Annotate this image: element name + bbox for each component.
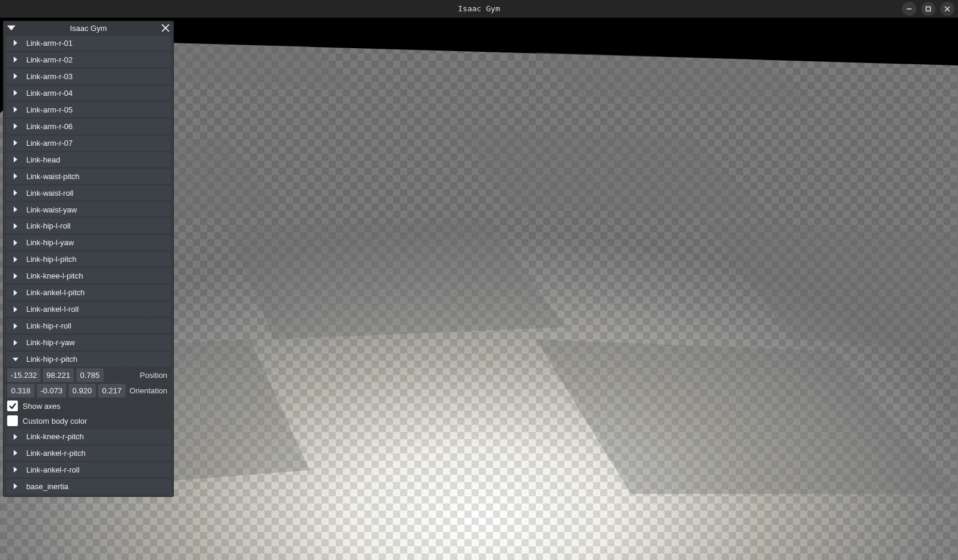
expand-toggle[interactable]: [11, 107, 20, 112]
expand-toggle[interactable]: [11, 123, 20, 129]
tree-item[interactable]: Link-arm-r-06: [6, 119, 171, 134]
expand-toggle[interactable]: [11, 290, 20, 296]
tree-item[interactable]: base_inertia: [6, 479, 171, 494]
expand-toggle[interactable]: [11, 434, 20, 440]
tree-item[interactable]: Link-hip-r-yaw: [6, 335, 171, 350]
svg-marker-44: [14, 483, 17, 489]
expand-toggle[interactable]: [11, 256, 20, 262]
tree-item[interactable]: Link-arm-r-03: [6, 69, 171, 84]
tree-item[interactable]: Link-arm-r-04: [6, 86, 171, 101]
tree-item-label: Link-hip-r-roll: [26, 321, 71, 330]
position-value[interactable]: -15.232: [7, 368, 40, 382]
show-axes-checkbox[interactable]: [7, 401, 18, 411]
svg-marker-28: [14, 157, 17, 162]
svg-marker-25: [14, 107, 17, 112]
tree-item[interactable]: Link-head: [6, 152, 171, 167]
orientation-value[interactable]: 0.318: [7, 384, 35, 398]
panel-collapse-toggle[interactable]: [7, 24, 15, 32]
expand-toggle[interactable]: [11, 306, 20, 312]
custom-body-color-swatch[interactable]: [7, 415, 18, 426]
maximize-icon: [925, 5, 932, 12]
expand-toggle[interactable]: [11, 207, 20, 212]
position-value[interactable]: 98.221: [43, 368, 74, 382]
svg-marker-29: [14, 173, 17, 179]
tree-item[interactable]: Link-knee-l-pitch: [6, 268, 171, 283]
tree-item[interactable]: Link-arm-r-05: [6, 102, 171, 117]
svg-marker-31: [14, 207, 17, 212]
chevron-right-icon: [13, 256, 18, 262]
tree-item[interactable]: Link-hip-l-yaw: [6, 235, 171, 250]
close-window-button[interactable]: [940, 2, 954, 16]
tree-item-label: Link-hip-l-pitch: [26, 255, 77, 264]
check-icon: [8, 402, 17, 410]
expand-toggle[interactable]: [11, 323, 20, 329]
chevron-right-icon: [13, 290, 18, 296]
maximize-button[interactable]: [921, 2, 935, 16]
expand-toggle[interactable]: [11, 240, 20, 246]
orientation-row: 0.318-0.0730.9200.217Orientation: [6, 384, 171, 398]
tree-item[interactable]: Link-hip-l-pitch: [6, 252, 171, 267]
chevron-right-icon: [13, 40, 18, 46]
svg-marker-40: [13, 358, 18, 361]
orientation-value[interactable]: -0.073: [37, 384, 66, 398]
tree-item[interactable]: Link-ankel-l-pitch: [6, 285, 171, 300]
tree-item[interactable]: Link-arm-r-07: [6, 136, 171, 151]
position-value[interactable]: 0.785: [76, 368, 104, 382]
orientation-value[interactable]: 0.920: [68, 384, 96, 398]
tree-item[interactable]: Link-waist-pitch: [6, 169, 171, 184]
expand-toggle[interactable]: [11, 340, 20, 346]
expand-toggle[interactable]: [11, 356, 20, 362]
chevron-right-icon: [13, 73, 18, 79]
expand-toggle[interactable]: [11, 483, 20, 489]
svg-marker-32: [14, 223, 17, 229]
svg-marker-35: [14, 273, 17, 279]
chevron-right-icon: [13, 306, 18, 312]
tree-item[interactable]: Link-ankel-r-roll: [6, 462, 171, 477]
expand-toggle[interactable]: [11, 173, 20, 179]
expand-toggle[interactable]: [11, 73, 20, 79]
svg-marker-24: [14, 90, 17, 96]
chevron-right-icon: [13, 90, 18, 96]
expand-toggle[interactable]: [11, 40, 20, 46]
close-icon: [944, 5, 951, 12]
tree-item-label: Link-hip-l-yaw: [26, 238, 74, 247]
tree-item[interactable]: Link-ankel-r-pitch: [6, 446, 171, 461]
tree-item-label: Link-arm-r-03: [26, 72, 73, 81]
svg-marker-18: [7, 26, 15, 30]
expand-toggle[interactable]: [11, 467, 20, 473]
chevron-down-icon: [7, 24, 15, 32]
chevron-right-icon: [13, 483, 18, 489]
chevron-right-icon: [13, 240, 18, 246]
expand-toggle[interactable]: [11, 190, 20, 196]
expand-toggle[interactable]: [11, 273, 20, 279]
tree-item[interactable]: Link-arm-r-01: [6, 36, 171, 51]
orientation-value[interactable]: 0.217: [98, 384, 126, 398]
tree-item[interactable]: Link-knee-r-pitch: [6, 429, 171, 444]
panel-close-button[interactable]: [161, 24, 170, 32]
tree-item-label: Link-ankel-l-roll: [26, 305, 79, 314]
tree-item[interactable]: Link-waist-yaw: [6, 202, 171, 217]
tree-item[interactable]: Link-hip-l-roll: [6, 218, 171, 233]
chevron-right-icon: [13, 223, 18, 229]
expand-toggle[interactable]: [11, 450, 20, 456]
minimize-button[interactable]: [902, 2, 916, 16]
expand-toggle[interactable]: [11, 157, 20, 162]
svg-marker-30: [14, 190, 17, 196]
tree-item-label: base_inertia: [26, 482, 68, 491]
tree-item-label: Link-head: [26, 155, 60, 164]
expand-toggle[interactable]: [11, 57, 20, 62]
svg-marker-26: [14, 123, 17, 129]
tree-item[interactable]: Link-ankel-l-roll: [6, 302, 171, 317]
tree-item[interactable]: Link-hip-r-roll: [6, 318, 171, 333]
panel-body[interactable]: Link-arm-r-01Link-arm-r-02Link-arm-r-03L…: [4, 35, 173, 496]
svg-marker-37: [14, 306, 17, 312]
tree-item[interactable]: Link-arm-r-02: [6, 52, 171, 67]
svg-marker-38: [14, 323, 17, 329]
expand-toggle[interactable]: [11, 140, 20, 146]
tree-item[interactable]: Link-hip-r-pitch: [6, 352, 171, 367]
position-label: Position: [140, 371, 167, 380]
tree-item[interactable]: Link-waist-roll: [6, 186, 171, 201]
content-area: Isaac Gym Link-arm-r-01Link-arm-r-02Link…: [0, 18, 958, 560]
expand-toggle[interactable]: [11, 223, 20, 229]
expand-toggle[interactable]: [11, 90, 20, 96]
